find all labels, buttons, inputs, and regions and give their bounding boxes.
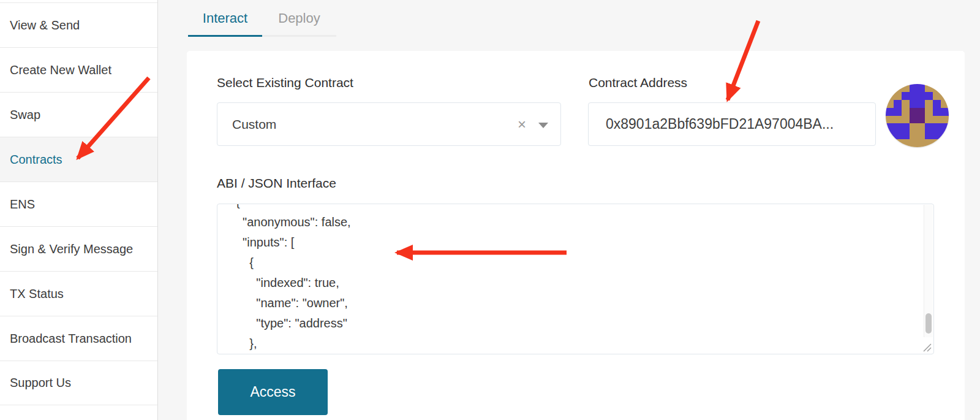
address-identicon: [886, 84, 949, 147]
sidebar-item-tx-status[interactable]: TX Status: [0, 271, 157, 316]
abi-json-textarea[interactable]: { "anonymous": false, "inputs": [ { "ind…: [217, 204, 934, 354]
abi-json-content: { "anonymous": false, "inputs": [ { "ind…: [217, 204, 933, 354]
resize-handle-icon[interactable]: [921, 342, 932, 353]
sidebar: View & Send Create New Wallet Swap Contr…: [0, 0, 158, 420]
sidebar-item-broadcast-transaction[interactable]: Broadcast Transaction: [0, 316, 157, 361]
sidebar-item-ens[interactable]: ENS: [0, 181, 157, 226]
interact-panel: Select Existing Contract Custom × Contra…: [187, 51, 965, 420]
clear-selection-icon[interactable]: ×: [515, 117, 529, 132]
contract-address-label: Contract Address: [589, 75, 687, 90]
sidebar-item-create-new-wallet[interactable]: Create New Wallet: [0, 47, 157, 92]
tab-interact[interactable]: Interact: [188, 0, 262, 37]
tab-deploy[interactable]: Deploy: [262, 0, 336, 37]
selected-contract-value: Custom: [232, 117, 276, 132]
sidebar-item-contracts[interactable]: Contracts: [0, 137, 157, 181]
contracts-page: View & Send Create New Wallet Swap Contr…: [0, 0, 980, 420]
contract-address-input[interactable]: [588, 102, 876, 146]
sidebar-item-support-us[interactable]: Support Us: [0, 361, 157, 405]
caret-down-icon[interactable]: [538, 123, 548, 128]
sidebar-item-swap[interactable]: Swap: [0, 92, 157, 137]
scrollbar-thumb[interactable]: [925, 313, 932, 334]
contract-tabs: Interact Deploy: [188, 0, 336, 37]
textarea-scrollbar[interactable]: [924, 205, 933, 337]
existing-contract-select[interactable]: Custom ×: [217, 102, 561, 146]
access-button[interactable]: Access: [218, 369, 328, 415]
sidebar-item-view-send[interactable]: View & Send: [0, 2, 157, 47]
sidebar-nav: View & Send Create New Wallet Swap Contr…: [0, 2, 157, 405]
abi-json-interface-label: ABI / JSON Interface: [217, 176, 336, 191]
sidebar-item-sign-verify-message[interactable]: Sign & Verify Message: [0, 226, 157, 271]
select-existing-contract-label: Select Existing Contract: [217, 75, 353, 90]
